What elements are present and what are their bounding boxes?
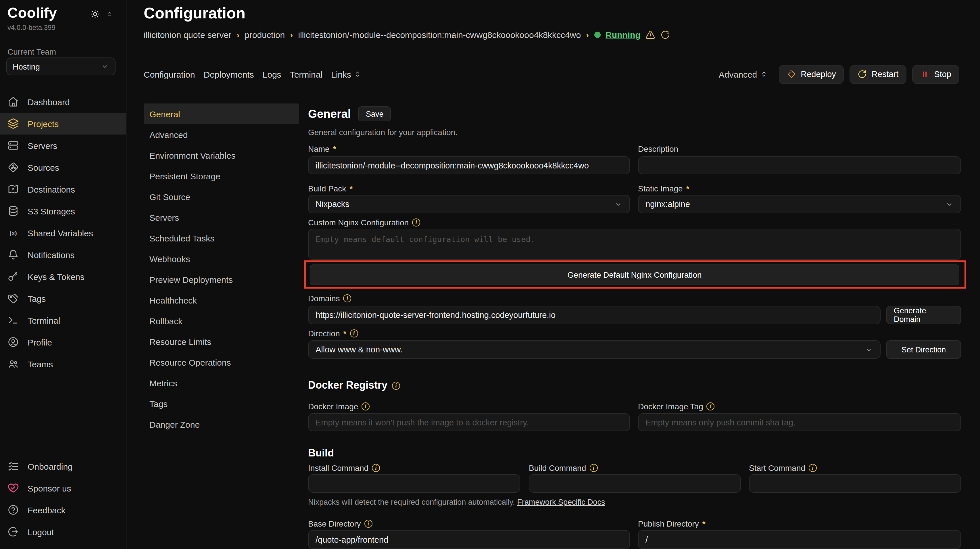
sidebar-item-servers[interactable]: Servers [0, 135, 126, 156]
chevron-down-icon [945, 200, 954, 208]
submenu-persistent-storage[interactable]: Persistent Storage [144, 165, 299, 186]
team-select[interactable]: Hosting [6, 57, 116, 75]
sidebar-item-label: Servers [28, 140, 57, 150]
generate-domain-button[interactable]: Generate Domain [886, 306, 961, 324]
info-icon[interactable]: i [707, 403, 715, 411]
user-circle-icon [8, 336, 19, 348]
sidebar-item-s3-storages[interactable]: S3 Storages [0, 200, 126, 222]
build-command-label: Build Command i [529, 463, 598, 473]
info-icon[interactable]: i [589, 464, 598, 472]
build-heading: Build [308, 447, 334, 459]
variable-braces-icon [8, 227, 19, 239]
install-command-input[interactable] [308, 474, 520, 493]
info-icon[interactable]: i [372, 464, 380, 472]
sidebar-item-logout[interactable]: Logout [0, 521, 126, 543]
info-icon[interactable]: i [364, 520, 372, 528]
submenu-environment-variables[interactable]: Environment Variables [144, 145, 299, 165]
sidebar-item-label: Teams [28, 359, 53, 369]
nginx-config-textarea[interactable] [308, 229, 961, 260]
publish-directory-input[interactable] [638, 530, 961, 549]
sidebar: Coolify v4.0.0-beta.399 Current Team Hos… [0, 0, 126, 549]
sidebar-item-tags[interactable]: Tags [0, 287, 126, 309]
label-text: Publish Directory [638, 519, 699, 528]
sidebar-item-sources[interactable]: Sources [0, 156, 126, 178]
chevrons-up-down-icon[interactable] [106, 10, 113, 18]
tab-logs[interactable]: Logs [262, 69, 282, 79]
build-pack-select[interactable]: Nixpacks [308, 195, 630, 213]
submenu-webhooks[interactable]: Webhooks [144, 248, 299, 269]
static-image-select[interactable]: nginx:alpine [638, 195, 961, 213]
page-title: Configuration [144, 5, 245, 22]
info-icon[interactable]: i [361, 403, 369, 411]
sidebar-item-teams[interactable]: Teams [0, 353, 126, 375]
info-icon[interactable]: i [344, 294, 352, 302]
home-icon [8, 96, 19, 108]
sidebar-item-onboarding[interactable]: Onboarding [0, 455, 126, 477]
submenu-rollback[interactable]: Rollback [144, 310, 299, 331]
description-input[interactable] [638, 156, 961, 174]
label-text: Install Command [308, 463, 368, 473]
direction-label: Direction * i [308, 329, 358, 338]
config-submenu: General Advanced Environment Variables P… [144, 103, 299, 434]
submenu-healthcheck[interactable]: Healthcheck [144, 290, 299, 310]
sidebar-item-profile[interactable]: Profile [0, 331, 126, 353]
docker-image-tag-label: Docker Image Tag i [638, 402, 715, 411]
submenu-danger-zone[interactable]: Danger Zone [144, 414, 299, 434]
sidebar-item-label: Keys & Tokens [28, 272, 84, 282]
sidebar-item-shared-variables[interactable]: Shared Variables [0, 222, 126, 244]
help-circle-icon [8, 504, 19, 516]
sidebar-item-projects[interactable]: Projects [0, 113, 126, 135]
breadcrumb-environment[interactable]: production [245, 30, 285, 40]
save-button[interactable]: Save [358, 107, 391, 121]
tab-deployments[interactable]: Deployments [204, 69, 254, 79]
info-icon[interactable]: i [350, 329, 358, 337]
git-source-icon [8, 162, 19, 173]
info-icon[interactable]: i [412, 218, 420, 226]
breadcrumb-project[interactable]: illicitonion quote server [144, 30, 231, 40]
sidebar-item-label: Profile [28, 337, 52, 347]
docker-image-input[interactable] [308, 413, 630, 431]
start-command-label: Start Command i [749, 463, 817, 473]
build-command-input[interactable] [529, 474, 741, 493]
app-logo[interactable]: Coolify [8, 5, 57, 21]
submenu-advanced[interactable]: Advanced [144, 124, 299, 145]
submenu-tags[interactable]: Tags [144, 393, 299, 414]
submenu-scheduled-tasks[interactable]: Scheduled Tasks [144, 228, 299, 248]
start-command-input[interactable] [749, 474, 961, 493]
tab-configuration[interactable]: Configuration [144, 69, 195, 79]
submenu-preview-deployments[interactable]: Preview Deployments [144, 269, 299, 290]
submenu-resource-limits[interactable]: Resource Limits [144, 331, 299, 352]
submenu-metrics[interactable]: Metrics [144, 372, 299, 393]
set-direction-button[interactable]: Set Direction [886, 341, 961, 359]
sidebar-nav: Dashboard Projects Servers Sources Desti… [0, 91, 126, 375]
required-asterisk: * [702, 519, 706, 528]
submenu-resource-operations[interactable]: Resource Operations [144, 352, 299, 372]
sidebar-item-notifications[interactable]: Notifications [0, 244, 126, 266]
sidebar-item-terminal[interactable]: Terminal [0, 309, 126, 331]
direction-select[interactable]: Allow www & non-www. [308, 341, 881, 359]
label-text: Direction [308, 329, 340, 338]
framework-docs-link[interactable]: Framework Specific Docs [517, 498, 605, 506]
sidebar-item-destinations[interactable]: Destinations [0, 178, 126, 200]
sidebar-item-keys-tokens[interactable]: Keys & Tokens [0, 266, 126, 287]
label-text: Base Directory [308, 519, 361, 528]
base-directory-input[interactable] [308, 530, 630, 549]
submenu-general[interactable]: General [144, 103, 299, 124]
info-icon[interactable]: i [809, 464, 817, 472]
submenu-servers[interactable]: Servers [144, 207, 299, 228]
submenu-git-source[interactable]: Git Source [144, 186, 299, 207]
sidebar-item-dashboard[interactable]: Dashboard [0, 91, 126, 113]
sidebar-item-sponsor-us[interactable]: Sponsor us [0, 477, 126, 499]
sun-icon[interactable] [90, 9, 100, 19]
sidebar-item-label: Sources [28, 162, 59, 172]
build-pack-label: Build Pack * [308, 184, 353, 193]
sidebar-item-label: S3 Storages [28, 206, 75, 216]
docker-image-tag-input[interactable] [638, 413, 961, 431]
generate-nginx-config-button[interactable]: Generate Default Nginx Configuration [310, 264, 959, 285]
generate-nginx-config-label: Generate Default Nginx Configuration [568, 270, 702, 279]
info-icon[interactable]: i [392, 382, 400, 390]
name-input[interactable] [308, 156, 630, 174]
domains-input[interactable] [308, 306, 881, 324]
sidebar-item-feedback[interactable]: Feedback [0, 499, 126, 521]
tag-icon [8, 293, 19, 304]
